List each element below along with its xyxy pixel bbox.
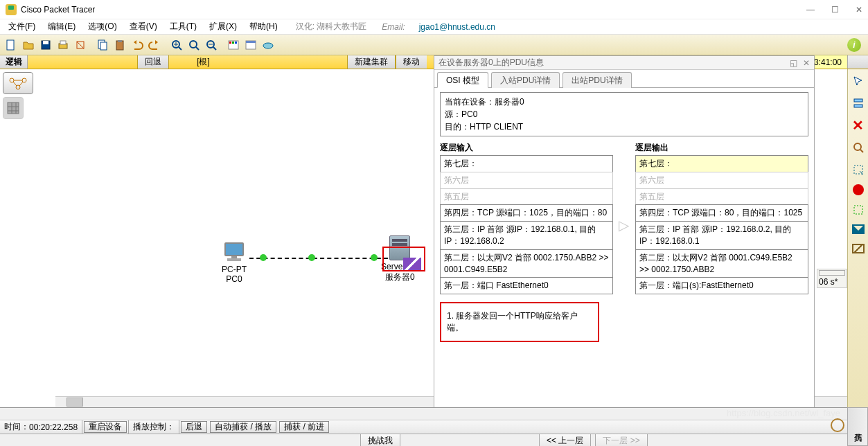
menu-options[interactable]: 选项(O) [82,19,122,34]
cloud-button[interactable] [260,37,276,53]
marquee-tool[interactable] [851,202,866,217]
grid-tool[interactable] [3,97,24,119]
out-layer1[interactable]: 第一层：端口(s):FastEthernet0 [635,277,808,294]
out-layer2[interactable]: 第二层：以太网V2 首部 0001.C949.E5B2 >> 0002.1750… [635,249,808,278]
paste-button[interactable] [112,37,128,53]
pdu-dock-icon[interactable]: ◱ [790,58,797,68]
menu-view[interactable]: 查看(V) [124,19,163,34]
tab-inbound[interactable]: 入站PDU详情 [491,72,560,88]
logical-view-tab[interactable]: 逻辑 [0,55,28,69]
device-name: PC0 [222,274,247,284]
dialog-button[interactable] [242,37,259,53]
pdu-title-text: 在设备服务器0上的PDU信息 [439,57,544,69]
menu-help[interactable]: 帮助(H) [244,19,283,34]
dst-value: HTTP CLIENT [470,122,523,132]
device-label: PC-PT [222,265,247,274]
select-tool[interactable] [851,73,866,89]
main-toolbar: i [0,35,868,55]
in-layer2[interactable]: 第二层：以太网V2 首部 0002.1750.ABB2 >> 0001.C949… [440,249,613,278]
out-layer4[interactable]: 第四层：TCP 源端口：80，目的端口：1025 [635,204,808,222]
save-button[interactable] [37,37,54,53]
pdu-tabs: OSI 模型 入站PDU详情 出站PDU详情 [434,71,814,88]
context-info: 06 s* [817,269,847,288]
inspect-tool[interactable] [851,140,866,155]
device-pc0[interactable]: PC-PT PC0 [222,242,247,284]
wizard-button[interactable] [72,37,89,53]
pdu-envelope-icon[interactable] [403,258,421,270]
reset-devices-button[interactable]: 重启设备 [84,421,127,433]
context-text: 06 s* [819,277,838,287]
tab-osi[interactable]: OSI 模型 [437,72,488,88]
src-value: PC0 [461,109,477,119]
back-button[interactable]: 回退 [137,55,169,69]
in-layer4[interactable]: 第四层：TCP 源端口：1025，目的端口：80 [440,204,613,222]
challenge-button[interactable]: 挑战我 [360,434,400,447]
maximize-button[interactable]: ☐ [831,5,839,15]
link-status-dot [371,254,378,261]
record-tool[interactable] [853,184,864,195]
sim-clock-icon [831,418,844,432]
prev-layer-button[interactable]: << 上一层 [539,434,591,447]
layers-in-col: 逐层输入 第七层： 第六层 第五层 第四层：TCP 源端口：1025，目的端口：… [440,142,613,294]
new-button[interactable] [3,37,19,53]
layers-out-title: 逐层输出 [635,142,808,154]
at-value: 服务器0 [495,97,524,107]
pdu-close-icon[interactable]: ✕ [803,58,810,68]
delete-tool[interactable]: ✕ [851,118,866,133]
new-cluster-button[interactable]: 新建集群 [347,55,396,69]
scrollbar-thumb[interactable] [67,398,83,407]
tab-outbound[interactable]: 出站PDU详情 [563,72,631,88]
draw-palette-button[interactable] [225,37,242,53]
zoom-reset-button[interactable] [186,37,202,53]
left-toolbar [0,69,55,407]
simulation-tab[interactable]: 仿真 [847,407,868,446]
layers-out-col: 逐层输出 第七层： 第六层 第五层 第四层：TCP 源端口：80，目的端口：10… [635,142,808,294]
info-icon[interactable]: i [847,38,861,52]
zoom-in-button[interactable] [168,37,185,53]
svg-rect-4 [60,41,66,44]
step-back-button[interactable]: 后退 [181,421,207,433]
pdu-info-box: 当前在设备：服务器0 源：PC0 目的：HTTP CLIENT [440,92,808,136]
right-toolbar: ✕ [847,69,868,407]
open-button[interactable] [20,37,37,53]
menu-file[interactable]: 文件(F) [3,19,41,34]
menu-tools[interactable]: 工具(T) [164,19,202,34]
minimize-button[interactable]: — [806,5,815,15]
svg-rect-25 [854,105,862,107]
capture-forward-button[interactable]: 捕获 / 前进 [279,421,329,433]
simple-pdu-tool[interactable] [852,224,865,234]
in-layer1[interactable]: 第一层：端口 FastEthernet0 [440,277,613,294]
menu-extensions[interactable]: 扩展(X) [204,19,242,34]
auto-capture-button[interactable]: 自动捕获 / 播放 [210,421,276,433]
svg-rect-0 [7,40,14,50]
undo-button[interactable] [129,37,145,53]
in-layer5: 第五层 [440,188,613,206]
complex-pdu-tool[interactable] [851,241,866,256]
redo-button[interactable] [146,37,163,53]
print-button[interactable] [55,37,71,53]
email-link[interactable]: jgao1@hnust.edu.cn [414,21,501,33]
titlebar: Cisco Packet Tracer — ☐ ✕ [0,0,868,19]
topology-tool[interactable] [3,72,33,94]
svg-rect-23 [8,102,19,114]
bottom-bar: 时间： 00:20:22.258 重启设备 播放控制： 后退 自动捕获 / 播放… [0,407,868,446]
zoom-out-button[interactable] [203,37,220,53]
out-layer3[interactable]: 第三层：IP 首部 源IP：192.168.0.2, 目的IP：192.168.… [635,221,808,250]
resize-tool[interactable] [851,162,866,177]
svg-rect-2 [43,41,48,44]
next-layer-button[interactable]: 下一层 >> [595,434,647,447]
svg-rect-9 [118,40,122,42]
svg-point-11 [190,41,197,48]
copy-button[interactable] [94,37,111,53]
in-layer3[interactable]: 第三层：IP 首部 源IP：192.168.0.1, 目的IP：192.168.… [440,221,613,250]
out-layer7[interactable]: 第七层： [635,155,808,172]
window-controls: — ☐ ✕ [806,5,862,15]
menu-edit[interactable]: 编辑(E) [42,19,81,34]
move-button[interactable]: 移动 [396,55,427,69]
close-button[interactable]: ✕ [856,5,862,15]
dst-label: 目的： [445,122,470,132]
layout-tool[interactable] [851,96,866,111]
in-layer7[interactable]: 第七层： [440,155,613,172]
svg-point-26 [854,143,861,150]
link-status-dot [260,254,267,261]
